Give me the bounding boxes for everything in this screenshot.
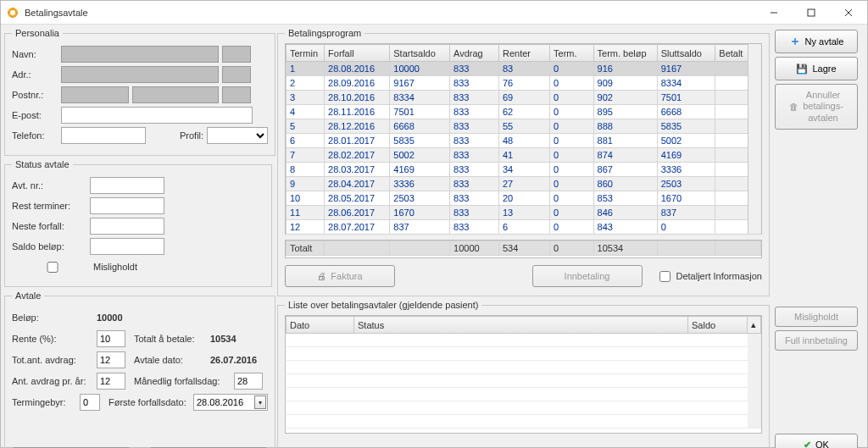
list-item[interactable] — [287, 347, 761, 361]
detaljert-checkbox[interactable] — [659, 271, 670, 282]
postnr-input-2[interactable] — [132, 86, 219, 103]
program-group: Betalingsprogram TerminForfallStartsaldo… — [277, 28, 770, 296]
table-row[interactable]: 528.12.201666688335508885835 — [287, 119, 761, 134]
postnr-input-3[interactable] — [222, 86, 251, 103]
total-avdrag: 10000 — [450, 241, 499, 256]
svg-rect-3 — [808, 9, 815, 16]
annuller-button[interactable]: 🗑 Annullerbetalings-avtalen — [775, 84, 858, 130]
navn-label: Navn: — [12, 49, 61, 59]
check-icon: ✔ — [804, 440, 811, 449]
program-header-0[interactable]: Termin — [287, 45, 325, 62]
epost-input[interactable] — [61, 107, 253, 124]
avtaledato-value: 26.07.2016 — [210, 355, 257, 365]
list2-h-status[interactable]: Status — [354, 317, 688, 334]
maximize-button[interactable] — [793, 1, 830, 25]
program-header-6[interactable]: Term. beløp — [593, 45, 657, 62]
profil-select[interactable] — [207, 127, 268, 144]
misligholdt-button[interactable]: Misligholdt — [775, 307, 858, 327]
personalia-group: Personalia Navn: Adr.: Postnr.: E-post: — [4, 28, 275, 156]
termingebyr-input[interactable] — [80, 394, 100, 411]
save-icon: 💾 — [796, 64, 808, 75]
navn-input-2[interactable] — [222, 46, 251, 63]
grid-scrollbar[interactable] — [748, 44, 761, 234]
list-item[interactable] — [287, 388, 761, 401]
list2-h-saldo[interactable]: Saldo — [688, 317, 748, 334]
adr-input-2[interactable] — [222, 66, 251, 83]
list-item[interactable] — [287, 401, 761, 415]
misligholdt-checkbox[interactable] — [15, 262, 90, 273]
program-header-7[interactable]: Sluttsaldo — [657, 45, 715, 62]
program-header-1[interactable]: Forfall — [325, 45, 390, 62]
table-row[interactable]: 928.04.201733368332708602503 — [287, 177, 761, 191]
list2-h-dato[interactable]: Dato — [287, 317, 354, 334]
list-item[interactable] — [287, 415, 761, 429]
avtaler-list[interactable]: Dato Status Saldo ▴ — [285, 315, 762, 434]
detaljert-check-wrapper[interactable]: Detaljert Informasjon — [656, 268, 763, 285]
innbetaling-button[interactable]: Innbetaling — [532, 265, 643, 287]
saldo-label: Saldo beløp: — [12, 241, 90, 252]
program-header-3[interactable]: Avdrag — [450, 45, 499, 62]
table-row[interactable]: 828.03.201741698333408673336 — [287, 163, 761, 177]
neste-input[interactable] — [90, 218, 164, 235]
telefon-label: Telefon: — [12, 130, 61, 141]
table-row[interactable]: 428.11.201675018336208956668 — [287, 105, 761, 119]
postnr-input-1[interactable] — [61, 86, 129, 103]
list-item[interactable] — [287, 334, 761, 347]
program-grid[interactable]: TerminForfallStartsaldoAvdragRenterTerm.… — [285, 43, 762, 235]
status-legend: Status avtale — [12, 159, 73, 169]
table-row[interactable]: 1228.07.2017837833608430 — [287, 220, 761, 235]
table-row[interactable]: 628.01.201758358334808815002 — [287, 134, 761, 148]
telefon-input[interactable] — [61, 127, 146, 144]
saldo-input[interactable] — [90, 238, 164, 255]
plus-icon: ＋ — [789, 34, 801, 49]
trash-icon: 🗑 — [789, 102, 798, 112]
close-button[interactable] — [830, 1, 867, 25]
totant-input[interactable] — [97, 351, 125, 368]
avtnr-input[interactable] — [90, 177, 164, 194]
ny-avtale-button[interactable]: ＋ Ny avtale — [775, 30, 858, 53]
belop-value: 10000 — [97, 312, 123, 323]
status-group: Status avtale Avt. nr.: Rest terminer: N… — [4, 159, 272, 287]
printer-icon: 🖨 — [317, 271, 326, 281]
maned-input[interactable] — [234, 373, 263, 390]
postnr-label: Postnr.: — [12, 90, 61, 100]
total-term: 0 — [550, 241, 593, 256]
faktura-button[interactable]: 🖨 Faktura — [285, 265, 395, 287]
list-item[interactable] — [287, 361, 761, 374]
table-row[interactable]: 228.09.201691678337609098334 — [287, 76, 761, 91]
list2-legend: Liste over betalingsavtaler (gjeldende p… — [285, 300, 481, 310]
lagre-button[interactable]: 💾 Lagre — [775, 57, 858, 80]
misligholdt-label: Misligholdt — [93, 262, 137, 272]
table-row[interactable]: 128.08.2016100008338309169167 — [287, 62, 761, 76]
table-row[interactable]: 1128.06.20171670833130846837 — [287, 206, 761, 220]
termingebyr-label: Termingebyr: — [12, 397, 80, 407]
rest-label: Rest terminer: — [12, 201, 90, 211]
minimize-button[interactable] — [755, 1, 793, 25]
rest-input[interactable] — [90, 197, 164, 214]
list-item[interactable] — [287, 374, 761, 388]
totaltbetale-label: Totalt å betale: — [134, 334, 210, 344]
avtnr-label: Avt. nr.: — [12, 180, 90, 191]
neste-label: Neste forfall: — [12, 221, 90, 231]
program-legend: Betalingsprogram — [285, 28, 364, 38]
profil-label: Profil: — [180, 130, 203, 141]
full-innbetaling-button[interactable]: Full innbetaling — [775, 330, 858, 351]
table-row[interactable]: 728.02.201750028334108744169 — [287, 148, 761, 163]
detaljert-label: Detaljert Informasjon — [676, 271, 763, 281]
table-row[interactable]: 328.10.201683348336909027501 — [287, 91, 761, 105]
program-header-5[interactable]: Term. — [550, 45, 593, 62]
program-header-4[interactable]: Renter — [499, 45, 550, 62]
adr-input[interactable] — [61, 66, 219, 83]
adr-label: Adr.: — [12, 69, 61, 80]
date-dropdown-icon[interactable]: ▾ — [254, 395, 266, 409]
antprar-input[interactable] — [97, 373, 125, 390]
maned-label: Månedlig forfallsdag: — [134, 376, 234, 386]
program-header-2[interactable]: Startsaldo — [390, 45, 450, 62]
rente-input[interactable] — [97, 330, 125, 347]
navn-input[interactable] — [61, 46, 219, 63]
table-row[interactable]: 1028.05.201725038332008531670 — [287, 191, 761, 206]
avtale-group: Avtale Beløp:10000 Rente (%): Totalt å b… — [4, 290, 275, 448]
totaltbetale-value: 10534 — [210, 334, 236, 344]
svg-point-1 — [10, 10, 15, 15]
ok-button[interactable]: ✔OK — [775, 434, 858, 448]
